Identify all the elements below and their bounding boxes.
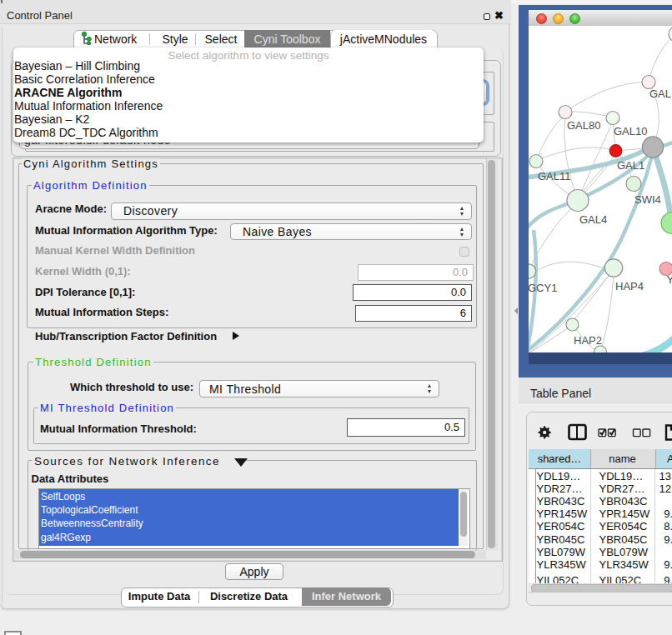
svg-text:GAL10: GAL10 xyxy=(614,125,647,138)
svg-text:GAL80: GAL80 xyxy=(567,119,600,132)
svg-text:SWI4: SWI4 xyxy=(634,193,661,206)
svg-text:HAP4: HAP4 xyxy=(615,280,644,292)
svg-text:GAL: GAL xyxy=(649,88,671,100)
svg-text:Y: Y xyxy=(667,273,672,286)
svg-text:GAL11: GAL11 xyxy=(538,170,571,182)
svg-text:GAL1: GAL1 xyxy=(617,159,644,172)
svg-text:GCY1: GCY1 xyxy=(529,282,557,294)
svg-text:GAL4: GAL4 xyxy=(579,213,607,226)
svg-text:HAP2: HAP2 xyxy=(574,334,602,347)
